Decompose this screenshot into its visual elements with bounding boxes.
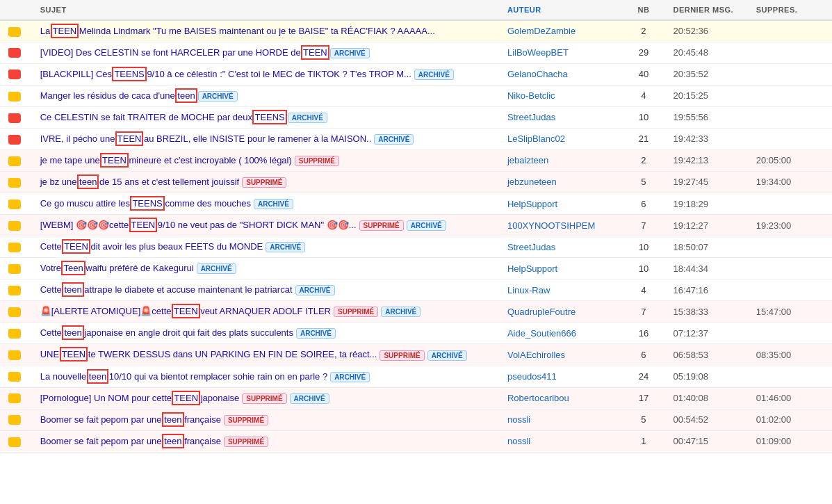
author-link[interactable]: Aide_Soutien666	[507, 328, 576, 339]
badge-archive: ARCHIVÉ	[374, 134, 414, 145]
subject-cell: je me tape une TEEN mineure et c'est inc…	[33, 149, 500, 171]
nb-cell: 17	[621, 387, 666, 409]
folder-icon	[8, 92, 21, 101]
suppres-cell	[749, 258, 832, 279]
author-link[interactable]: VolAEchirolles	[507, 350, 565, 360]
table-row[interactable]: La nouvelle teen 10/10 qui va bientot re…	[0, 366, 832, 387]
table-row[interactable]: Cette TEEN dit avoir les plus beaux FEET…	[0, 236, 832, 258]
subject-link[interactable]: Votre Teen waifu préféré de Kakegurui	[40, 263, 194, 273]
subject-link[interactable]: Cette teen attrape le diabete et accuse …	[40, 284, 293, 295]
dernier-msg-cell: 20:35:52	[666, 63, 749, 85]
author-cell: Linux-Raw	[500, 279, 621, 301]
teen-highlight: TEEN	[64, 241, 88, 252]
folder-icon	[8, 393, 21, 403]
table-row[interactable]: Manger les résidus de caca d'une teenARC…	[0, 85, 832, 106]
subject-cell: Votre Teen waifu préféré de KakeguruiARC…	[33, 258, 500, 279]
author-link[interactable]: GelanoChacha	[507, 69, 568, 79]
subject-link[interactable]: Boomer se fait pepom par une teen frança…	[40, 414, 221, 425]
author-link[interactable]: jebaizteen	[507, 155, 548, 165]
dernier-msg-cell: 05:19:08	[666, 366, 749, 387]
nb-cell: 10	[621, 236, 666, 258]
table-row[interactable]: Ce CELESTIN se fait TRAITER de MOCHE par…	[0, 106, 832, 128]
dernier-msg-cell: 18:50:07	[666, 236, 749, 258]
subject-link[interactable]: je me tape une TEEN mineure et c'est inc…	[40, 155, 292, 165]
teen-highlight: teen	[79, 177, 97, 187]
author-cell: HelpSupport	[500, 193, 621, 215]
table-row[interactable]: La TEEN Melinda Lindmark "Tu me BAISES m…	[0, 20, 832, 42]
table-row[interactable]: IVRE, il pécho une TEEN au BREZIL, elle …	[0, 128, 832, 149]
subject-link[interactable]: Ce go muscu attire les TEENS comme des m…	[40, 198, 251, 209]
author-link[interactable]: StreetJudas	[507, 112, 555, 122]
folder-icon	[8, 200, 21, 209]
author-link[interactable]: jebzuneteen	[507, 177, 557, 187]
author-link[interactable]: nossli	[507, 436, 530, 446]
subject-cell: Ce CELESTIN se fait TRAITER de MOCHE par…	[33, 106, 500, 128]
author-cell: LilBoWeepBET	[500, 42, 621, 63]
author-link[interactable]: QuadrupleFoutre	[507, 307, 576, 317]
author-link[interactable]: LeSlipBlanc02	[507, 133, 565, 144]
table-row[interactable]: Boomer se fait pepom par une teen frança…	[0, 430, 832, 452]
table-row[interactable]: Ce go muscu attire les TEENS comme des m…	[0, 193, 832, 215]
subject-link[interactable]: Ce CELESTIN se fait TRAITER de MOCHE par…	[40, 112, 285, 122]
subject-link[interactable]: [VIDEO] Des CELESTIN se font HARCELER pa…	[40, 47, 327, 58]
subject-link[interactable]: [Pornologue] Un NOM pour cette TEEN japo…	[40, 393, 240, 403]
author-link[interactable]: HelpSupport	[507, 263, 557, 274]
table-row[interactable]: [VIDEO] Des CELESTIN se font HARCELER pa…	[0, 42, 832, 63]
author-link[interactable]: Niko-Betclic	[507, 90, 555, 101]
suppres-cell	[749, 193, 832, 215]
author-link[interactable]: pseudos411	[507, 371, 557, 382]
table-row[interactable]: Cette teen attrape le diabete et accuse …	[0, 279, 832, 301]
subject-link[interactable]: UNE TEEN te TWERK DESSUS dans UN PARKING…	[40, 349, 377, 359]
author-link[interactable]: nossli	[507, 414, 530, 425]
table-row[interactable]: 🚨[ALERTE ATOMIQUE]🚨cette TEEN veut ARNAQ…	[0, 301, 832, 323]
table-row[interactable]: UNE TEEN te TWERK DESSUS dans UN PARKING…	[0, 344, 832, 366]
teen-highlight: teen	[64, 284, 81, 295]
table-row[interactable]: je bz une teen de 15 ans et c'est tellem…	[0, 171, 832, 193]
table-header-row: SUJET AUTEUR NB DERNIER MSG. SUPPRES.	[0, 0, 832, 20]
subject-link[interactable]: Cette teen japonaise en angle droit qui …	[40, 327, 293, 338]
folder-icon-cell	[0, 258, 33, 279]
dernier-msg-cell: 19:42:13	[666, 149, 749, 171]
nb-cell: 16	[621, 323, 666, 344]
folder-icon	[8, 156, 21, 166]
folder-icon	[8, 415, 21, 425]
table-row[interactable]: Boomer se fait pepom par une teen frança…	[0, 409, 832, 430]
subject-link[interactable]: Manger les résidus de caca d'une teen	[40, 90, 195, 101]
table-row[interactable]: Cette teen japonaise en angle droit qui …	[0, 323, 832, 344]
author-cell: jebaizteen	[500, 149, 621, 171]
author-link[interactable]: 100XYNOOTSIHPEM	[507, 220, 595, 231]
subject-link[interactable]: Boomer se fait pepom par une teen frança…	[40, 436, 221, 446]
nb-cell: 7	[621, 215, 666, 236]
author-cell: StreetJudas	[500, 236, 621, 258]
author-link[interactable]: StreetJudas	[507, 242, 555, 252]
subject-link[interactable]: La nouvelle teen 10/10 qui va bientot re…	[40, 371, 327, 382]
col-sujet-header: SUJET	[33, 0, 500, 20]
table-row[interactable]: je me tape une TEEN mineure et c'est inc…	[0, 149, 832, 171]
folder-icon-cell	[0, 193, 33, 215]
table-row[interactable]: [WEBM] 🎯🎯🎯cette TEEN 9/10 ne veut pas de…	[0, 215, 832, 236]
author-cell: VolAEchirolles	[500, 344, 621, 366]
author-cell: HelpSupport	[500, 258, 621, 279]
author-link[interactable]: GolemDeZambie	[507, 26, 576, 36]
author-link[interactable]: Linux-Raw	[507, 285, 550, 295]
subject-link[interactable]: Cette TEEN dit avoir les plus beaux FEET…	[40, 241, 263, 252]
subject-link[interactable]: IVRE, il pécho une TEEN au BREZIL, elle …	[40, 133, 372, 144]
table-row[interactable]: Votre Teen waifu préféré de KakeguruiARC…	[0, 258, 832, 279]
nb-cell: 24	[621, 366, 666, 387]
subject-link[interactable]: [WEBM] 🎯🎯🎯cette TEEN 9/10 ne veut pas de…	[40, 220, 357, 230]
folder-icon	[8, 437, 21, 447]
subject-link[interactable]: La TEEN Melinda Lindmark "Tu me BAISES m…	[40, 26, 435, 36]
subject-link[interactable]: je bz une teen de 15 ans et c'est tellem…	[40, 177, 240, 187]
author-link[interactable]: LilBoWeepBET	[507, 47, 569, 58]
author-link[interactable]: Robertocaribou	[507, 393, 569, 403]
author-link[interactable]: HelpSupport	[507, 199, 557, 209]
nb-cell: 2	[621, 20, 666, 42]
teen-highlight: TEEN	[174, 306, 198, 316]
suppres-cell	[749, 323, 832, 344]
subject-link[interactable]: 🚨[ALERTE ATOMIQUE]🚨cette TEEN veut ARNAQ…	[40, 306, 331, 316]
folder-icon-cell	[0, 149, 33, 171]
col-auteur-header: AUTEUR	[500, 0, 621, 20]
table-row[interactable]: [BLACKPILL] Ces TEENS 9/10 à ce célestin…	[0, 63, 832, 85]
table-row[interactable]: [Pornologue] Un NOM pour cette TEEN japo…	[0, 387, 832, 409]
subject-link[interactable]: [BLACKPILL] Ces TEENS 9/10 à ce célestin…	[40, 69, 411, 79]
